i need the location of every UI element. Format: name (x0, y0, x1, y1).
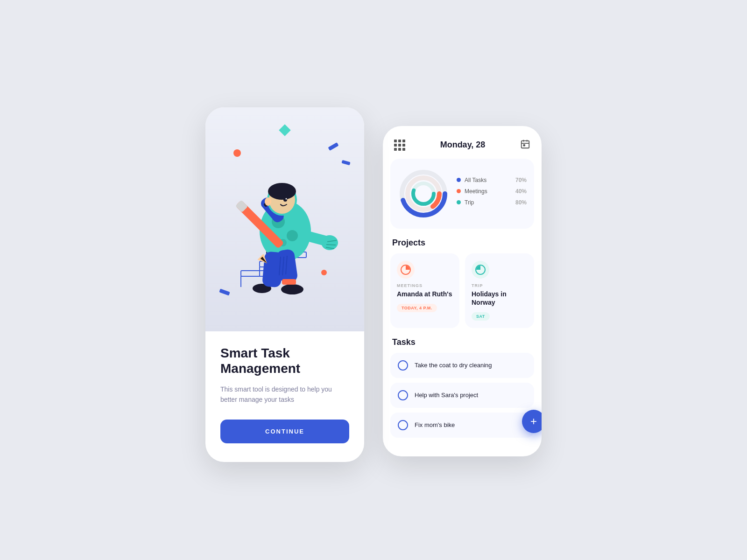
chart-section: All Tasks 70% Meetings 40% Trip 80% (390, 159, 534, 229)
meetings-dot (457, 189, 461, 193)
onboarding-description: This smart tool is designed to help you … (220, 384, 349, 405)
meetings-label: Meetings (465, 188, 512, 195)
tasks-list: Take the coat to dry cleaning Help with … (383, 353, 542, 438)
svg-rect-18 (282, 279, 296, 285)
continue-button[interactable]: CONTINUE (220, 420, 349, 443)
onboarding-title: Smart Task Management (220, 345, 349, 377)
illustration-area (205, 107, 364, 331)
chart-legend: All Tasks 70% Meetings 40% Trip 80% (457, 177, 527, 210)
trip-project-name: Holidays in Norway (472, 290, 528, 307)
svg-point-32 (268, 183, 296, 200)
tasks-wrapper: Take the coat to dry cleaning Help with … (383, 353, 542, 438)
trip-project-type: TRIP (472, 283, 528, 288)
all-tasks-label: All Tasks (465, 177, 512, 183)
task-management-screen: Monday, 28 (383, 126, 542, 456)
task-item-1[interactable]: Take the coat to dry cleaning (390, 353, 534, 378)
trip-dot (457, 200, 461, 204)
add-task-fab[interactable]: + (522, 410, 542, 433)
all-tasks-dot (457, 178, 461, 182)
current-date: Monday, 28 (440, 140, 486, 150)
task-text-3: Fix mom's bike (415, 421, 455, 428)
project-card-meetings[interactable]: MEETINGS Amanda at Ruth's TODAY, 4 P.M. (390, 253, 459, 328)
calendar-icon[interactable] (520, 139, 530, 151)
task-checkbox-2[interactable] (398, 390, 408, 400)
task-text-2: Help with Sara's project (415, 392, 478, 399)
meetings-project-name: Amanda at Ruth's (397, 290, 453, 298)
task-item-2[interactable]: Help with Sara's project (390, 383, 534, 408)
svg-rect-36 (521, 140, 529, 148)
trip-label: Trip (465, 199, 512, 206)
onboarding-content: Smart Task Management This smart tool is… (205, 331, 364, 444)
app-container: Smart Task Management This smart tool is… (205, 107, 542, 462)
all-tasks-pct: 70% (515, 177, 527, 183)
svg-line-22 (326, 245, 336, 245)
onboarding-screen: Smart Task Management This smart tool is… (205, 107, 364, 462)
svg-rect-40 (523, 144, 525, 146)
projects-title: Projects (383, 238, 542, 253)
meetings-project-type: MEETINGS (397, 283, 453, 288)
task-item-3[interactable]: Fix mom's bike (390, 413, 534, 438)
legend-trip: Trip 80% (457, 199, 527, 206)
donut-chart (398, 168, 449, 219)
svg-point-17 (281, 284, 303, 294)
task-checkbox-3[interactable] (398, 420, 408, 430)
meetings-project-icon (397, 261, 415, 279)
tasks-title: Tasks (383, 337, 542, 353)
legend-all-tasks: All Tasks 70% (457, 177, 527, 183)
trip-project-icon (472, 261, 489, 279)
trip-pct: 80% (515, 199, 527, 206)
svg-point-34 (286, 198, 287, 199)
diamond-deco (279, 124, 290, 136)
svg-point-10 (287, 230, 298, 241)
legend-meetings: Meetings 40% (457, 188, 527, 195)
screen-header: Monday, 28 (383, 126, 542, 159)
menu-icon[interactable] (394, 140, 405, 151)
project-card-trip[interactable]: TRIP Holidays in Norway SAT (465, 253, 534, 328)
svg-point-35 (265, 197, 271, 206)
task-checkbox-1[interactable] (398, 360, 408, 371)
trip-project-tag: SAT (472, 312, 490, 321)
character-illustration (213, 149, 344, 308)
meetings-project-tag: TODAY, 4 P.M. (397, 304, 437, 312)
meetings-pct: 40% (515, 188, 527, 195)
task-text-1: Take the coat to dry cleaning (415, 362, 492, 369)
projects-list: MEETINGS Amanda at Ruth's TODAY, 4 P.M. … (383, 253, 542, 337)
